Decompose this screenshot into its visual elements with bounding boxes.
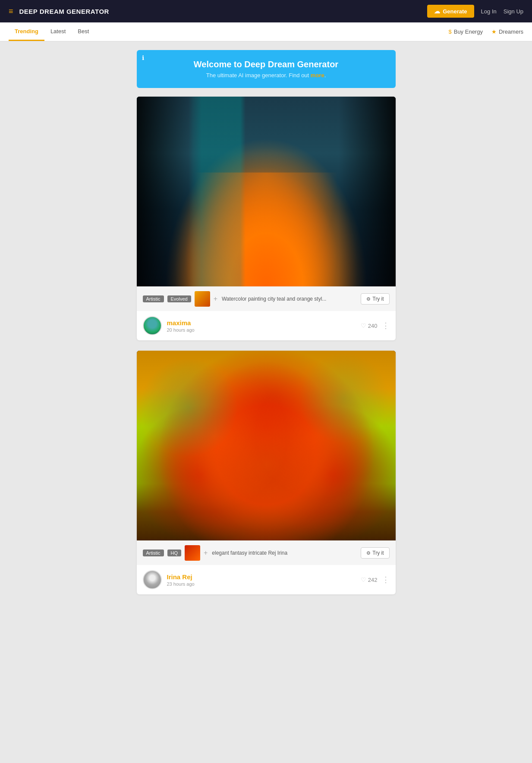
- nav-actions: $ Buy Energy ★ Dreamers: [448, 28, 523, 35]
- generate-label: Generate: [443, 8, 467, 15]
- star-icon: ★: [491, 28, 497, 35]
- nav-tabs: Trending Latest Best: [9, 22, 95, 41]
- plus-icon-1: +: [214, 295, 217, 303]
- avatar-1[interactable]: [143, 316, 162, 335]
- author-info-2: Irina Rej 23 hours ago: [167, 573, 195, 587]
- post-image-city: [137, 97, 396, 286]
- post-image-1[interactable]: [137, 97, 396, 286]
- tag-hq: HQ: [167, 549, 182, 556]
- header: ≡ DEEP DREAM GENERATOR ☁ Generate Log In…: [0, 0, 532, 22]
- gear-icon-2: ⚙: [366, 550, 371, 556]
- post-actions-1: ♡ 240 ⋮: [361, 321, 390, 330]
- generate-button[interactable]: ☁ Generate: [427, 5, 474, 18]
- post-meta-bar-1: Artistic Evolved + Watercolor painting c…: [137, 286, 396, 311]
- tab-best[interactable]: Best: [72, 22, 95, 41]
- more-options-icon-1[interactable]: ⋮: [382, 321, 390, 330]
- post-card-1: Artistic Evolved + Watercolor painting c…: [137, 97, 396, 340]
- header-right: ☁ Generate Log In Sign Up: [427, 5, 523, 18]
- nav-bar: Trending Latest Best $ Buy Energy ★ Drea…: [0, 22, 532, 41]
- like-count-2[interactable]: ♡ 242: [361, 576, 378, 583]
- post-card-2: Artistic HQ + elegant fantasy intricate …: [137, 351, 396, 594]
- author-info-1: maxima 20 hours ago: [167, 319, 195, 333]
- heart-icon-1: ♡: [361, 322, 366, 329]
- tab-trending[interactable]: Trending: [9, 22, 44, 41]
- post-image-2[interactable]: [137, 351, 396, 540]
- hamburger-icon[interactable]: ≡: [9, 7, 13, 16]
- author-name-1[interactable]: maxima: [167, 319, 195, 327]
- login-link[interactable]: Log In: [481, 8, 497, 15]
- dollar-icon: $: [448, 28, 451, 35]
- time-ago-2: 23 hours ago: [167, 581, 195, 587]
- buy-energy-action[interactable]: $ Buy Energy: [448, 28, 482, 35]
- tag-artistic-2: Artistic: [143, 549, 164, 556]
- style-thumb-2: [185, 545, 200, 561]
- tag-evolved: Evolved: [167, 295, 191, 302]
- header-left: ≡ DEEP DREAM GENERATOR: [9, 7, 109, 16]
- prompt-text-1: Watercolor painting city teal and orange…: [222, 296, 357, 302]
- try-button-1[interactable]: ⚙ Try it: [361, 293, 389, 305]
- post-meta-bar-2: Artistic HQ + elegant fantasy intricate …: [137, 540, 396, 565]
- gear-icon-1: ⚙: [366, 296, 371, 302]
- author-name-2[interactable]: Irina Rej: [167, 573, 195, 581]
- post-actions-2: ♡ 242 ⋮: [361, 575, 390, 584]
- welcome-subtitle: The ultimate AI image generator. Find ou…: [145, 72, 387, 78]
- author-left-1: maxima 20 hours ago: [143, 316, 195, 335]
- avatar-2[interactable]: [143, 570, 162, 589]
- plus-icon-2: +: [204, 549, 208, 557]
- welcome-title: Welcome to Deep Dream Generator: [145, 60, 387, 69]
- more-options-icon-2[interactable]: ⋮: [382, 575, 390, 584]
- cloud-icon: ☁: [434, 8, 440, 15]
- post-author-1: maxima 20 hours ago ♡ 240 ⋮: [137, 311, 396, 340]
- prompt-text-2: elegant fantasy intricate Rej Irina: [212, 550, 357, 556]
- main-content: ℹ Welcome to Deep Dream Generator The ul…: [132, 41, 400, 613]
- more-link[interactable]: more: [311, 72, 324, 78]
- like-count-1[interactable]: ♡ 240: [361, 322, 378, 329]
- post-author-2: Irina Rej 23 hours ago ♡ 242 ⋮: [137, 565, 396, 594]
- heart-icon-2: ♡: [361, 576, 366, 583]
- signup-link[interactable]: Sign Up: [504, 8, 523, 15]
- author-left-2: Irina Rej 23 hours ago: [143, 570, 195, 589]
- site-title: DEEP DREAM GENERATOR: [19, 8, 109, 15]
- tab-latest[interactable]: Latest: [44, 22, 72, 41]
- welcome-banner: ℹ Welcome to Deep Dream Generator The ul…: [137, 50, 396, 88]
- info-icon: ℹ: [142, 54, 144, 61]
- post-image-trees: [137, 351, 396, 540]
- style-thumb-1: [195, 291, 210, 307]
- tag-artistic-1: Artistic: [143, 295, 164, 302]
- dreamers-action[interactable]: ★ Dreamers: [491, 28, 523, 35]
- try-button-2[interactable]: ⚙ Try it: [361, 547, 389, 559]
- time-ago-1: 20 hours ago: [167, 327, 195, 333]
